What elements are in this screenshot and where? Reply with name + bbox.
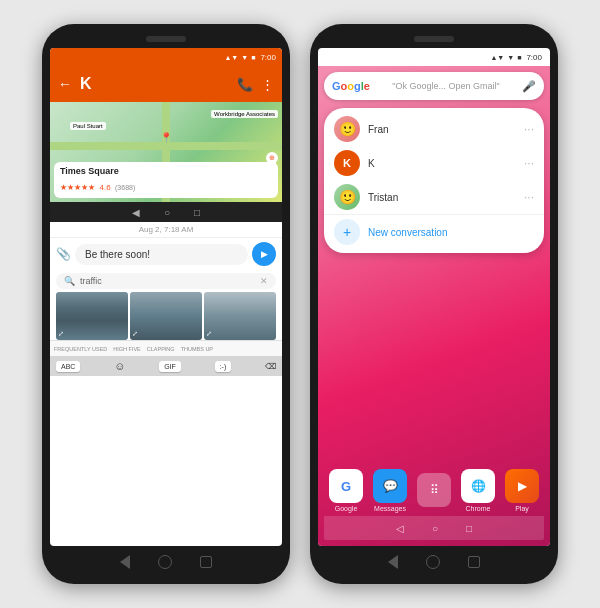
home-nav-back[interactable]: ◁ xyxy=(396,523,404,534)
android-nav-bar: ◀ ○ □ xyxy=(50,202,282,222)
key-smiley[interactable]: :-) xyxy=(215,361,232,372)
messages-app-icon: 💬 xyxy=(373,469,407,503)
home-nav-recent[interactable]: □ xyxy=(466,523,472,534)
contact-tristan[interactable]: 🙂 Tristan ··· xyxy=(324,180,544,214)
phone-messenger: ▲▼ ▼ ■ 7:00 ← K 📞 ⋮ Workbridge Associate… xyxy=(42,24,290,584)
map-road-horizontal xyxy=(50,142,282,150)
google-search-bar[interactable]: Google "Ok Google... Open Gmail" 🎤 xyxy=(324,72,544,100)
home-wifi: ▼ xyxy=(507,54,514,61)
home-wallpaper: Google "Ok Google... Open Gmail" 🎤 🙂 Fra… xyxy=(318,66,550,546)
avatar-tristan: 🙂 xyxy=(334,184,360,210)
new-conversation-button[interactable]: + New conversation xyxy=(324,214,544,249)
attach-icon[interactable]: 📎 xyxy=(56,247,71,261)
place-name: Times Square xyxy=(60,166,272,176)
gif-search-bar[interactable]: 🔍 traffic ✕ xyxy=(56,273,276,289)
key-emoji[interactable]: ☺ xyxy=(114,360,125,372)
status-time: 7:00 xyxy=(260,53,276,62)
contact-name-tristan: Tristan xyxy=(368,192,516,203)
send-button[interactable]: ▶ xyxy=(252,242,276,266)
keyboard-shortcuts-row: FREQUENTLY USED HIGH FIVE CLAPPING THUMB… xyxy=(50,340,282,356)
hw-home-button[interactable] xyxy=(158,555,172,569)
messages-app-label: Messages xyxy=(374,505,406,512)
app-drawer[interactable]: ⠿ xyxy=(417,473,451,509)
hw-home-button-2[interactable] xyxy=(426,555,440,569)
status-bar: ▲▼ ▼ ■ 7:00 xyxy=(50,48,282,66)
map-place-overlay[interactable]: Times Square ★★★★★ 4.6 (3688) xyxy=(54,162,278,198)
key-delete[interactable]: ⌫ xyxy=(265,362,276,371)
traffic-image-2[interactable]: ⤢ xyxy=(130,292,202,340)
traffic-image-3[interactable]: ⤢ xyxy=(204,292,276,340)
google-search-placeholder: "Ok Google... Open Gmail" xyxy=(376,81,516,91)
shortcut-high-five[interactable]: HIGH FIVE xyxy=(113,346,141,352)
place-rating: ★★★★★ 4.6 (3688) xyxy=(60,176,272,194)
play-app-label: Play xyxy=(515,505,529,512)
message-timestamp: Aug 2, 7:18 AM xyxy=(50,222,282,237)
home-status-bar: ▲▼ ▼ ■ 7:00 xyxy=(318,48,550,66)
contact-k[interactable]: K K ··· xyxy=(324,146,544,180)
hw-recents-button-2[interactable] xyxy=(468,556,480,568)
contact-dots-fran[interactable]: ··· xyxy=(524,122,534,136)
map-pin-icon: 📍 xyxy=(160,132,172,143)
expand-icon-2: ⤢ xyxy=(132,330,138,338)
hw-recents-button[interactable] xyxy=(200,556,212,568)
google-app-icon: G xyxy=(329,469,363,503)
google-app-label: Google xyxy=(335,505,358,512)
app-row: G Google 💬 Messages ⠿ xyxy=(324,469,544,512)
shortcut-thumbs-up[interactable]: THUMBS UP xyxy=(181,346,213,352)
plus-icon: + xyxy=(343,224,351,240)
contact-initial: K xyxy=(80,75,229,93)
contact-fran[interactable]: 🙂 Fran ··· xyxy=(324,112,544,146)
status-battery: ■ xyxy=(251,54,255,61)
map-preview: Workbridge Associates Paul Stuart 📍 ⊕ Ti… xyxy=(50,102,282,202)
status-signal: ▲▼ xyxy=(224,54,238,61)
app-google[interactable]: G Google xyxy=(329,469,363,512)
shortcut-clapping[interactable]: CLAPPING xyxy=(147,346,175,352)
app-messages[interactable]: 💬 Messages xyxy=(373,469,407,512)
chrome-app-label: Chrome xyxy=(466,505,491,512)
nav-recents-icon[interactable]: □ xyxy=(194,207,200,218)
nav-home-icon[interactable]: ○ xyxy=(164,207,170,218)
messenger-screen: ▲▼ ▼ ■ 7:00 ← K 📞 ⋮ Workbridge Associate… xyxy=(50,48,282,546)
map-label-1: Workbridge Associates xyxy=(211,110,278,118)
key-abc[interactable]: ABC xyxy=(56,361,80,372)
tristan-emoji: 🙂 xyxy=(339,189,356,205)
status-wifi: ▼ xyxy=(241,54,248,61)
key-gif[interactable]: GIF xyxy=(159,361,181,372)
traffic-image-1[interactable]: ⤢ xyxy=(56,292,128,340)
contact-dots-k[interactable]: ··· xyxy=(524,156,534,170)
app-drawer-icon: ⠿ xyxy=(417,473,451,507)
map-label-2: Paul Stuart xyxy=(70,122,106,130)
phone-speaker-2 xyxy=(414,36,454,42)
contact-name-k: K xyxy=(368,158,516,169)
phone-icon[interactable]: 📞 xyxy=(237,77,253,92)
home-signal: ▲▼ xyxy=(490,54,504,61)
home-nav-home[interactable]: ○ xyxy=(432,523,438,534)
nav-back-icon[interactable]: ◀ xyxy=(132,207,140,218)
more-icon[interactable]: ⋮ xyxy=(261,77,274,92)
hw-back-button-2[interactable] xyxy=(388,555,398,569)
new-conversation-icon: + xyxy=(334,219,360,245)
app-chrome[interactable]: 🌐 Chrome xyxy=(461,469,495,512)
new-conversation-label: New conversation xyxy=(368,227,447,238)
fran-emoji: 🙂 xyxy=(339,121,356,137)
phone-android-home: ▲▼ ▼ ■ 7:00 Google "Ok Google... Open Gm… xyxy=(310,24,558,584)
search-value: traffic xyxy=(80,276,102,286)
contact-dots-tristan[interactable]: ··· xyxy=(524,190,534,204)
phone-speaker xyxy=(146,36,186,42)
messenger-header: ← K 📞 ⋮ xyxy=(50,66,282,102)
search-clear-icon[interactable]: ✕ xyxy=(260,276,268,286)
phone-nav-buttons xyxy=(50,552,282,572)
phone-nav-buttons-2 xyxy=(318,552,550,572)
home-screen: ▲▼ ▼ ■ 7:00 Google "Ok Google... Open Gm… xyxy=(318,48,550,546)
message-input-area: 📎 Be there soon! ▶ xyxy=(50,237,282,270)
message-input[interactable]: Be there soon! xyxy=(75,244,248,265)
shortcut-frequently-used[interactable]: FREQUENTLY USED xyxy=(54,346,107,352)
app-play[interactable]: ▶ Play xyxy=(505,469,539,512)
expand-icon-3: ⤢ xyxy=(206,330,212,338)
home-time: 7:00 xyxy=(526,53,542,62)
hw-back-button[interactable] xyxy=(120,555,130,569)
google-logo: Google xyxy=(332,80,370,92)
contacts-widget: 🙂 Fran ··· K K ··· 🙂 Tristan xyxy=(324,108,544,253)
back-icon[interactable]: ← xyxy=(58,76,72,92)
mic-icon[interactable]: 🎤 xyxy=(522,80,536,93)
